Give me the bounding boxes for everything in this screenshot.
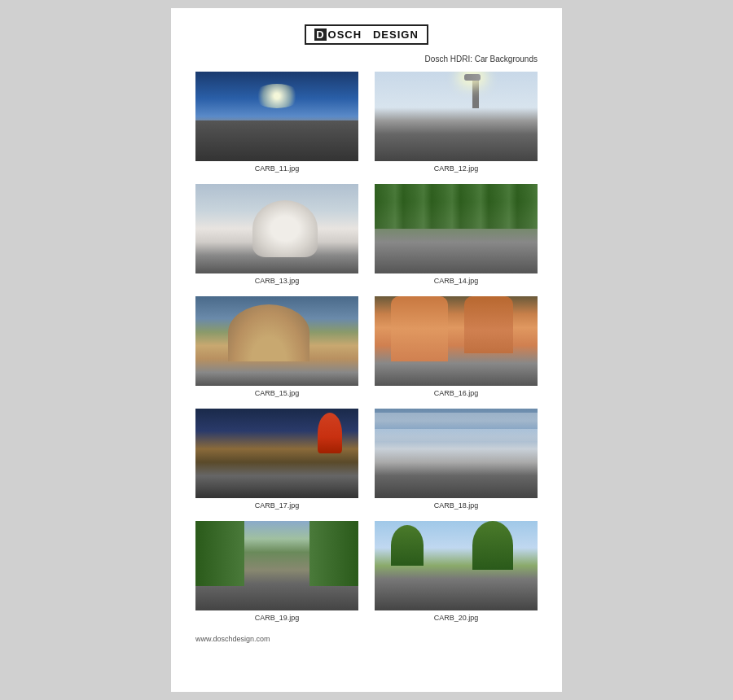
thumb-label-carb14: CARB_14.jpg [434, 277, 479, 285]
thumb-label-carb15: CARB_15.jpg [255, 389, 300, 397]
thumb-image-carb11[interactable] [195, 72, 358, 161]
thumb-item-carb20: CARB_20.jpg [375, 521, 538, 622]
thumb-label-carb20: CARB_20.jpg [434, 614, 479, 622]
header: DOSCH DESIGN [195, 24, 538, 45]
image-grid: CARB_11.jpgCARB_12.jpgCARB_13.jpgCARB_14… [195, 72, 538, 622]
thumb-image-carb17[interactable] [195, 409, 358, 498]
thumb-label-carb11: CARB_11.jpg [255, 164, 300, 173]
footer-url: www.doschdesign.com [195, 635, 538, 643]
thumb-item-carb14: CARB_14.jpg [375, 184, 538, 285]
thumb-label-carb17: CARB_17.jpg [255, 501, 300, 510]
logo-d: D [314, 28, 326, 41]
thumb-image-carb12[interactable] [375, 72, 538, 161]
thumb-image-carb18[interactable] [375, 409, 538, 498]
thumb-item-carb12: CARB_12.jpg [375, 72, 538, 173]
thumb-image-carb15[interactable] [195, 296, 358, 386]
thumb-image-carb20[interactable] [375, 521, 538, 610]
thumb-item-carb16: CARB_16.jpg [375, 296, 538, 397]
thumb-label-carb13: CARB_13.jpg [255, 277, 300, 285]
thumb-label-carb19: CARB_19.jpg [255, 614, 300, 622]
thumb-item-carb18: CARB_18.jpg [375, 409, 538, 510]
logo-design: DESIGN [373, 28, 419, 41]
thumb-item-carb15: CARB_15.jpg [195, 296, 358, 397]
thumb-image-carb16[interactable] [375, 296, 538, 386]
thumb-item-carb19: CARB_19.jpg [195, 521, 358, 622]
thumb-item-carb17: CARB_17.jpg [195, 409, 358, 510]
thumb-item-carb13: CARB_13.jpg [195, 184, 358, 285]
page-title: Dosch HDRI: Car Backgrounds [195, 55, 538, 63]
thumb-label-carb18: CARB_18.jpg [434, 501, 479, 510]
thumb-image-carb13[interactable] [195, 184, 358, 273]
logo: DOSCH DESIGN [305, 24, 428, 45]
thumb-item-carb11: CARB_11.jpg [195, 72, 358, 173]
thumb-image-carb19[interactable] [195, 521, 358, 610]
page: DOSCH DESIGN Dosch HDRI: Car Backgrounds… [171, 8, 562, 692]
thumb-label-carb12: CARB_12.jpg [434, 164, 479, 173]
thumb-label-carb16: CARB_16.jpg [434, 389, 479, 397]
logo-osch: OSCH [328, 28, 362, 41]
thumb-image-carb14[interactable] [375, 184, 538, 273]
